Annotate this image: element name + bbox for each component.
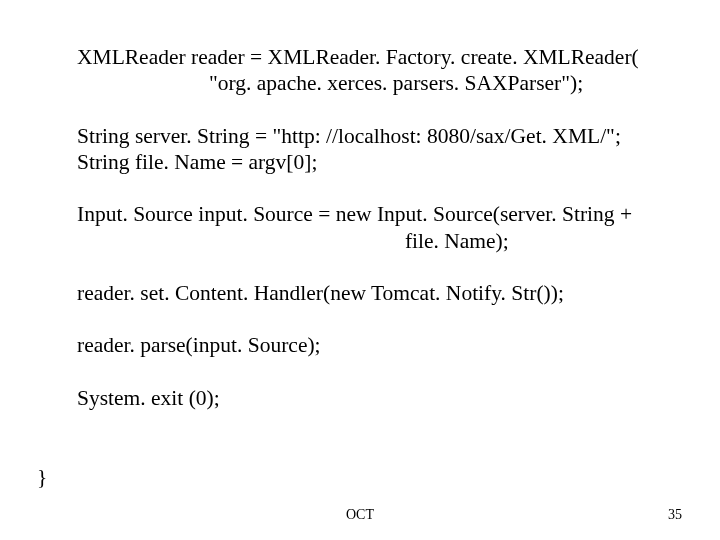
- slide: XMLReader reader = XMLReader. Factory. c…: [0, 0, 720, 540]
- page-number: 35: [668, 507, 682, 523]
- code-line: [77, 254, 677, 280]
- code-line: file. Name);: [77, 228, 677, 254]
- code-line: XMLReader reader = XMLReader. Factory. c…: [77, 44, 677, 70]
- code-line: reader. parse(input. Source);: [77, 332, 677, 358]
- code-line: [77, 96, 677, 122]
- code-block: XMLReader reader = XMLReader. Factory. c…: [77, 44, 677, 411]
- code-line: System. exit (0);: [77, 385, 677, 411]
- closing-brace: }: [37, 465, 47, 490]
- code-line: "org. apache. xerces. parsers. SAXParser…: [77, 70, 677, 96]
- code-line: [77, 175, 677, 201]
- code-line: String file. Name = argv[0];: [77, 149, 677, 175]
- code-line: [77, 359, 677, 385]
- code-line: String server. String = "http: //localho…: [77, 123, 677, 149]
- code-line: [77, 306, 677, 332]
- code-line: reader. set. Content. Handler(new Tomcat…: [77, 280, 677, 306]
- footer-center: OCT: [0, 507, 720, 523]
- code-line: Input. Source input. Source = new Input.…: [77, 201, 677, 227]
